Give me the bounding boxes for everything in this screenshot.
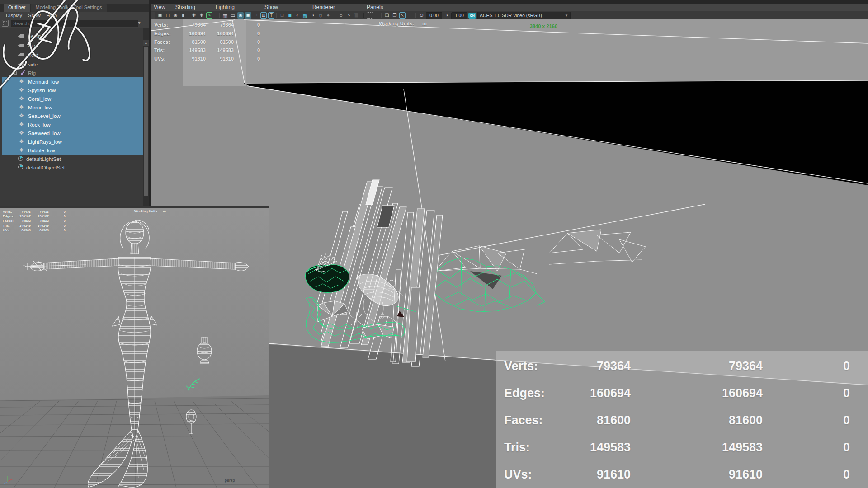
- colorspace-dropdown[interactable]: ACES 1.0 SDR-video (sRGB) ▼: [477, 12, 571, 19]
- track-tool-icon[interactable]: ✚: [191, 12, 197, 19]
- menu-display[interactable]: Display: [6, 13, 22, 18]
- camera-icon: [20, 44, 24, 47]
- material-ball-icon[interactable]: ◑: [310, 12, 316, 19]
- ao-icon[interactable]: ○: [338, 12, 344, 19]
- paint-mode-icon[interactable]: ✎: [206, 12, 212, 19]
- camera-icon[interactable]: ▣: [157, 12, 163, 19]
- camera-icon: [20, 34, 24, 38]
- toolbar-separator: [415, 13, 416, 18]
- contrast-icon[interactable]: ◑: [443, 12, 450, 19]
- outliner-item-bubble-low[interactable]: ❖Bubble_low: [2, 146, 143, 155]
- inset-camera-label: persp: [225, 478, 235, 483]
- textured-cube-icon[interactable]: ▩: [302, 12, 308, 19]
- inset-poly-count-hud: Verts:74453744530 Edges:1501071501070 Fa…: [3, 209, 66, 233]
- filter-icon[interactable]: [2, 20, 9, 27]
- inset-viewport: [0, 208, 269, 488]
- resolution-gate-icon[interactable]: ◉: [237, 12, 244, 19]
- mesh-icon: ❖: [19, 104, 24, 110]
- outliner-item-lightrays-low[interactable]: ❖LightRays_low: [2, 137, 143, 146]
- outliner-item-mirror-low[interactable]: ❖Mirror_low: [2, 103, 143, 112]
- outliner-item-sealevel-low[interactable]: ❖SeaLevel_low: [2, 112, 143, 120]
- outliner-item-front[interactable]: front: [2, 51, 143, 59]
- menu-lighting[interactable]: Lighting: [216, 4, 235, 10]
- inset-working-units: Working Units:m: [134, 209, 166, 213]
- wireframe-cube-icon[interactable]: □: [279, 12, 285, 19]
- film-gate-icon[interactable]: ▭: [230, 12, 236, 19]
- viewport-toolbar: ▣ ◻ ◉ ▮ ✚ ✚ ✎ ▦ ▭ ◉ ▣ ∷ ⊞ T □ ■ ◐ ▩ ◑ ☼: [151, 11, 868, 19]
- shadows-icon[interactable]: ●: [325, 12, 331, 19]
- shaded-cube-icon[interactable]: ■: [287, 12, 293, 19]
- outliner-item-persp[interactable]: persp: [2, 32, 143, 40]
- panel-tab-bar: Outliner Modeling Toolkit Tool Settings: [0, 4, 149, 12]
- mesh-icon: ❖: [19, 113, 24, 118]
- menu-help[interactable]: Help: [47, 13, 57, 18]
- outliner-item-top[interactable]: top: [2, 41, 143, 50]
- outliner-item-saeweed-low[interactable]: ❖Saeweed_low: [2, 129, 143, 137]
- expand-icon[interactable]: +: [13, 70, 17, 75]
- toolbar-separator: [276, 13, 277, 18]
- inset-screenshot: Verts:74453744530 Edges:1501071501070 Fa…: [0, 206, 269, 488]
- tab-tool-settings[interactable]: Tool Settings: [69, 4, 107, 12]
- gate-mask-icon[interactable]: ▣: [245, 12, 251, 19]
- grid-icon[interactable]: ▦: [222, 12, 228, 19]
- outliner-item-rock-low[interactable]: ❖Rock_low: [2, 120, 143, 129]
- viewport-menubar: View Shading Lighting Show Renderer Pane…: [151, 4, 868, 11]
- paste-icon[interactable]: ❐: [392, 12, 398, 19]
- copy-icon[interactable]: ❏: [384, 12, 390, 19]
- refresh-icon[interactable]: ↻: [418, 12, 425, 19]
- safe-title-icon[interactable]: T: [268, 12, 274, 19]
- ik-handle-icon: [20, 70, 26, 75]
- scrollbar-thumb[interactable]: [144, 47, 148, 196]
- mesh-icon: ❖: [19, 122, 24, 127]
- dolly-tool-icon[interactable]: ✚: [198, 12, 205, 19]
- bookmark-icon[interactable]: ▮: [180, 12, 186, 19]
- camera-lock-icon[interactable]: ◻: [165, 12, 171, 19]
- gamma-field[interactable]: [451, 12, 467, 19]
- mesh-icon: ❖: [19, 130, 24, 136]
- camera-icon: [20, 63, 24, 66]
- outliner-item-rig[interactable]: +Rig: [2, 69, 143, 77]
- camera-icon: [20, 53, 24, 56]
- lights-icon[interactable]: ☼: [317, 12, 324, 19]
- toolbar-separator: [363, 13, 364, 18]
- maya-window: Outliner Modeling Toolkit Tool Settings …: [0, 0, 868, 488]
- seaweed-sprig: [186, 379, 200, 390]
- menu-shading[interactable]: Shading: [175, 4, 195, 10]
- search-input[interactable]: [11, 20, 138, 27]
- chevron-down-icon: ▼: [565, 14, 568, 18]
- select-mask-icon[interactable]: ↖: [399, 12, 406, 19]
- outliner-item-coral-low[interactable]: ❖Coral_low: [2, 94, 143, 103]
- safe-action-icon[interactable]: ⊞: [260, 12, 267, 19]
- field-chart-icon[interactable]: ∷: [253, 12, 259, 19]
- set-icon: [18, 156, 23, 161]
- outliner-item-side[interactable]: side: [2, 60, 143, 69]
- color-management-toggle[interactable]: ON: [468, 13, 476, 19]
- outliner-item-spyfish-low[interactable]: ❖Spyfish_low: [2, 86, 143, 94]
- mesh-icon: ❖: [19, 147, 24, 153]
- poly-count-overlay: Verts:79364793640 Edges:1606941606940 Fa…: [496, 351, 868, 488]
- outliner-item-defaultlightset[interactable]: defaultLightSet: [2, 155, 143, 163]
- tab-modeling-toolkit[interactable]: Modeling Toolkit: [31, 4, 68, 12]
- outliner-item-defaultobjectset[interactable]: defaultObjectSet: [2, 163, 143, 172]
- menu-renderer[interactable]: Renderer: [312, 4, 335, 10]
- menu-panels[interactable]: Panels: [367, 4, 383, 10]
- toolbar-separator: [381, 13, 382, 18]
- tab-outliner[interactable]: Outliner: [4, 4, 30, 12]
- camera-attributes-icon[interactable]: ◉: [172, 12, 179, 19]
- outliner-search-row: ▼: [0, 19, 149, 28]
- shaded-sphere-icon[interactable]: ◐: [294, 12, 301, 19]
- search-filter-dropdown-icon[interactable]: ▼: [137, 20, 142, 25]
- fog-icon[interactable]: ▒: [353, 12, 359, 19]
- menu-show[interactable]: Show: [28, 13, 41, 18]
- outliner-item-mermaid-low[interactable]: ❖Mermaid_low: [2, 77, 143, 86]
- toolbar-separator: [335, 13, 335, 18]
- isolate-select-icon[interactable]: [367, 12, 373, 19]
- motion-blur-icon[interactable]: ◔: [345, 12, 352, 19]
- mesh-icon: ❖: [19, 87, 24, 93]
- exposure-field[interactable]: [426, 12, 442, 19]
- menu-view[interactable]: View: [154, 4, 165, 10]
- menu-show[interactable]: Show: [264, 4, 278, 10]
- scroll-up-icon[interactable]: ▲: [143, 40, 149, 46]
- mesh-icon: ❖: [19, 79, 24, 84]
- outliner-scrollbar[interactable]: ▲: [143, 28, 149, 206]
